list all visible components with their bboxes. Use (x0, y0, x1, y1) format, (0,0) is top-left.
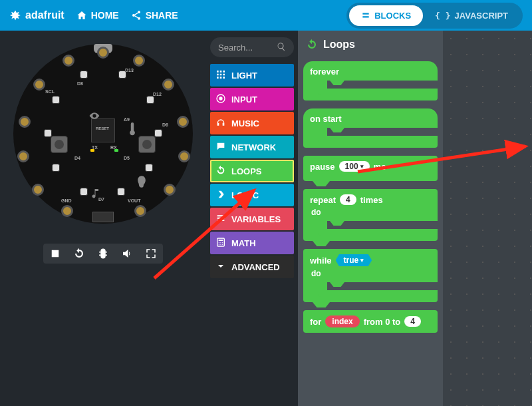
category-label: LOOPS (231, 166, 262, 176)
category-label: LIGHT (231, 71, 257, 81)
svg-point-2 (138, 17, 140, 20)
category-label: MATH (231, 238, 256, 248)
share-icon (131, 10, 142, 21)
chev-icon (215, 261, 226, 274)
category-input[interactable]: INPUT (210, 88, 294, 110)
mode-blocks-label: BLOCKS (374, 11, 411, 21)
target-icon (215, 93, 226, 106)
block-repeat-suffix: times (360, 195, 383, 205)
block-while-do: do (311, 269, 431, 278)
category-label: INPUT (231, 95, 257, 104)
category-light[interactable]: LIGHT (210, 64, 294, 87)
button-b[interactable] (138, 136, 156, 153)
workspace[interactable] (443, 31, 532, 406)
circuit-playground-board[interactable]: D13 D12 D6 VOUT GND SCL D8 TX RX (13, 44, 193, 224)
flyout-title: Loops (306, 39, 438, 51)
mode-blocks[interactable]: BLOCKS (349, 5, 423, 26)
block-for-mid: from 0 to (364, 317, 401, 327)
category-label: MUSIC (231, 118, 259, 128)
block-on-start[interactable]: on start (303, 108, 438, 148)
nav-share-label: SHARE (146, 10, 178, 21)
while-condition-input[interactable]: true (336, 254, 372, 266)
svg-point-9 (220, 242, 221, 243)
search-input[interactable]: Search... (210, 37, 294, 57)
svg-point-12 (220, 244, 221, 244)
grid-icon (215, 69, 226, 82)
blocks-icon (361, 11, 370, 20)
home-icon (76, 10, 87, 21)
js-braces-icon: { } (435, 11, 450, 21)
mode-javascript[interactable]: { } JAVASCRIPT (423, 5, 520, 26)
calc-icon (215, 237, 226, 250)
repeat-value-input[interactable]: 4 (340, 194, 356, 205)
search-placeholder: Search... (218, 43, 253, 53)
flyout-title-label: Loops (323, 39, 355, 51)
simulator-panel: D13 D12 D6 VOUT GND SCL D8 TX RX (0, 31, 206, 406)
svg-point-13 (222, 244, 223, 244)
eye-icon (89, 110, 100, 121)
list-icon (215, 213, 226, 226)
headphones-icon (215, 117, 226, 130)
thermometer-icon (128, 122, 137, 136)
category-logic[interactable]: LOGIC (210, 184, 294, 206)
category-loops[interactable]: LOOPS (210, 160, 294, 182)
logic-icon (215, 189, 226, 202)
nav-home[interactable]: HOME (76, 10, 119, 21)
block-repeat-do: do (311, 208, 431, 217)
category-label: NETWORK (231, 142, 276, 152)
category-music[interactable]: MUSIC (210, 112, 294, 134)
for-variable-input[interactable]: index (325, 315, 359, 327)
pause-value-input[interactable]: 100 (339, 161, 370, 172)
svg-point-8 (219, 242, 219, 243)
mode-toggle: BLOCKS { } JAVASCRIPT (346, 3, 523, 29)
blocks-flyout: Loops forever on start pause 100 ms repe… (298, 31, 443, 406)
category-label: ADVANCED (231, 262, 280, 272)
svg-point-11 (219, 244, 219, 244)
debug-button[interactable] (97, 248, 109, 260)
category-advanced[interactable]: ADVANCED (210, 256, 294, 278)
svg-point-1 (132, 14, 135, 17)
brand-logo: adafruit (9, 9, 65, 21)
fullscreen-button[interactable] (145, 248, 157, 260)
block-repeat-label: repeat (310, 195, 336, 205)
block-while-label: while (310, 256, 332, 266)
battery-connector (92, 212, 114, 222)
nav-share[interactable]: SHARE (131, 10, 178, 21)
svg-rect-7 (219, 240, 223, 241)
block-repeat[interactable]: repeat 4 times do (303, 189, 438, 241)
svg-point-10 (222, 242, 223, 243)
nav-home-label: HOME (91, 10, 119, 21)
mode-js-label: JAVASCRIPT (455, 11, 508, 21)
button-a[interactable] (51, 136, 68, 153)
ear-icon (137, 176, 146, 188)
block-forever-label: forever (310, 67, 339, 77)
for-end-input[interactable]: 4 (404, 316, 421, 327)
block-for-label: for (310, 317, 321, 327)
loop-icon (215, 165, 226, 178)
svg-rect-3 (52, 250, 59, 258)
block-pause[interactable]: pause 100 ms (303, 156, 438, 181)
chat-icon (215, 141, 226, 154)
category-math[interactable]: MATH (210, 232, 294, 254)
category-label: LOGIC (231, 190, 259, 200)
block-for[interactable]: for index from 0 to 4 (303, 310, 438, 333)
mute-button[interactable] (121, 248, 133, 260)
simulator-controls (43, 244, 163, 264)
adafruit-icon (9, 9, 21, 21)
header: adafruit HOME SHARE BLOCKS { } JAVASCRIP… (0, 0, 532, 31)
music-note-icon (92, 189, 100, 198)
stop-button[interactable] (49, 248, 61, 260)
restart-button[interactable] (73, 248, 85, 260)
brand-text: adafruit (25, 9, 65, 21)
block-while[interactable]: while true do (303, 249, 438, 302)
category-variables[interactable]: VARIABLES (210, 208, 294, 230)
block-forever[interactable]: forever (303, 61, 438, 101)
svg-point-0 (138, 11, 140, 13)
block-pause-label: pause (310, 162, 335, 172)
svg-point-5 (219, 97, 222, 100)
category-label: VARIABLES (231, 214, 281, 224)
block-pause-unit: ms (374, 162, 386, 172)
loop-icon (306, 39, 318, 51)
toolbox: Search... LIGHTINPUTMUSICNETWORKLOOPSLOG… (206, 31, 298, 406)
category-network[interactable]: NETWORK (210, 136, 294, 158)
